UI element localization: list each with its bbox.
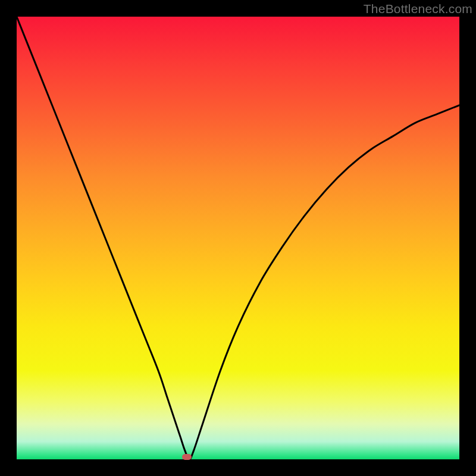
chart-frame: TheBottleneck.com	[0, 0, 476, 476]
bottleneck-curve	[17, 17, 459, 459]
optimal-point-marker	[182, 454, 192, 460]
watermark-label: TheBottleneck.com	[364, 2, 472, 16]
plot-area	[17, 17, 459, 459]
